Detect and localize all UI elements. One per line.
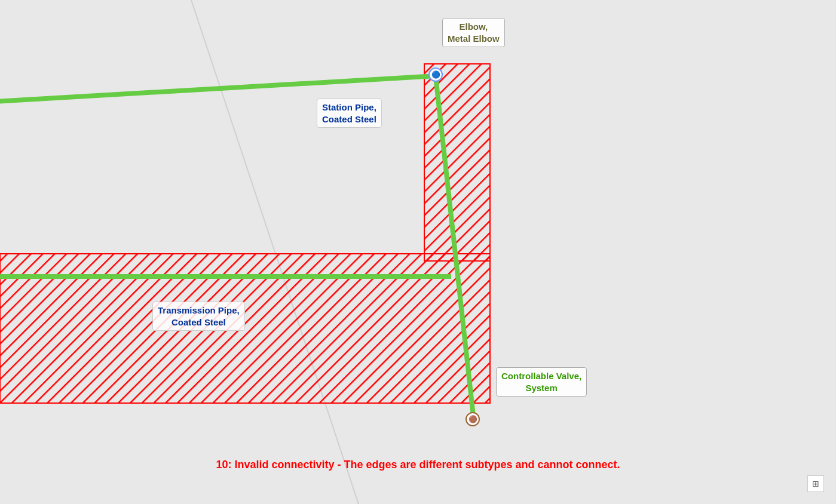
layers-icon: ⊞ xyxy=(812,479,819,488)
layers-button[interactable]: ⊞ xyxy=(807,475,824,492)
svg-rect-3 xyxy=(424,64,490,261)
valve-node[interactable]: 🟤 xyxy=(466,412,480,426)
valve-icon: 🟤 xyxy=(468,415,477,423)
elbow-icon: 🔵 xyxy=(431,70,440,79)
elbow-node[interactable]: 🔵 xyxy=(428,67,443,82)
error-message: 10: Invalid connectivity - The edges are… xyxy=(0,459,836,471)
map-controls: ⊞ xyxy=(807,475,824,492)
